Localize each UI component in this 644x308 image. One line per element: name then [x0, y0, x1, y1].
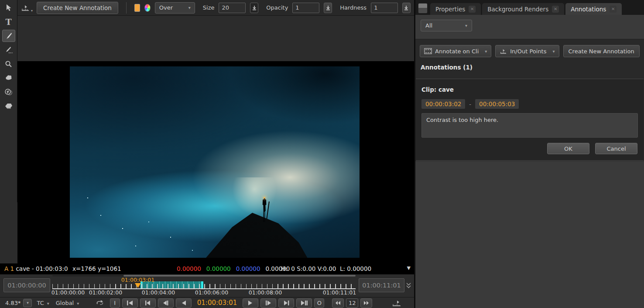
fast-forward-icon	[363, 301, 369, 305]
foreground-rock	[70, 66, 360, 258]
clone-icon	[4, 88, 13, 96]
select-tool[interactable]	[2, 2, 15, 14]
ok-button[interactable]: OK	[547, 143, 589, 154]
ruler-tick-label: 01:00:11:01	[323, 289, 356, 296]
chevron-double-down-icon[interactable]	[406, 282, 411, 289]
annotation-track-button[interactable]: ▾	[21, 4, 30, 11]
viewer-timeline: 01:00:00:00 01:00:03:01 01:00:00:00 01:0…	[0, 274, 414, 297]
timeline-end-timecode[interactable]: 01:00:11:01	[359, 278, 404, 292]
annotate-on-select[interactable]: Annotate on Cli	[420, 45, 491, 57]
pane-divider[interactable]	[414, 0, 415, 308]
eraser-tool[interactable]	[2, 100, 15, 112]
play-forward-button[interactable]	[243, 298, 258, 308]
annotation-in-timecode[interactable]: 00:00:03:02	[421, 99, 465, 109]
skip-to-start-button[interactable]	[122, 298, 138, 308]
viewer-canvas[interactable]	[17, 61, 414, 263]
download-icon	[325, 5, 331, 10]
tab-annotations[interactable]: Annotations ✕	[565, 3, 622, 15]
hardness-input[interactable]: 1	[371, 3, 398, 13]
brush-icon	[5, 32, 13, 40]
pixel-blue-value: 0.00000	[236, 265, 260, 272]
blend-mode-select[interactable]: Over	[155, 2, 195, 14]
status-clip-timecode: cave - 01:00:03:0	[16, 265, 68, 272]
marker-tool[interactable]	[2, 44, 15, 56]
step-back-button[interactable]	[158, 298, 174, 308]
annotation-actions-row: Annotate on Cli In/Out Points Create New…	[415, 44, 644, 59]
opacity-input[interactable]: 1	[292, 3, 319, 13]
annotation-note-input[interactable]: Contrast is too high here.	[421, 113, 638, 138]
timecode-separator: -	[469, 101, 471, 107]
status-track: 1	[10, 265, 14, 272]
increase-fps-button[interactable]	[360, 298, 372, 308]
play-backward-button[interactable]	[176, 298, 192, 308]
viewer-pane: Sequence 1 ✕ Viewer1 ✕ Export Queue ✕ rg…	[0, 0, 414, 308]
speed-caret-button[interactable]: ▾	[23, 299, 32, 307]
timeline-marker-icon	[21, 4, 30, 11]
color-wheel-icon[interactable]	[144, 4, 151, 12]
size-label: Size	[203, 4, 215, 11]
zoom-tool[interactable]	[2, 58, 15, 70]
size-input[interactable]: 20	[219, 3, 246, 13]
brush-color-swatch[interactable]	[134, 4, 140, 12]
ruler-tick-label: 01:00:08:00	[249, 289, 282, 296]
playhead-timecode-label: 01:00:03:01	[121, 277, 154, 283]
annotation-filter-select[interactable]: All	[421, 20, 472, 31]
timecode-mode-select[interactable]: TC	[37, 300, 49, 306]
close-icon[interactable]: ✕	[610, 6, 617, 13]
close-icon[interactable]: ✕	[552, 6, 559, 13]
playback-speed[interactable]: 4.83* ▾	[3, 298, 32, 307]
decrease-fps-button[interactable]	[332, 298, 344, 308]
step-forward-button[interactable]	[260, 298, 276, 308]
loop-mode-icon[interactable]	[96, 300, 104, 306]
mark-in-button[interactable]: I	[110, 298, 120, 308]
step-back-icon	[162, 301, 169, 305]
create-annotation-button[interactable]: Create New Annotation	[37, 2, 118, 14]
tab-background-renders[interactable]: Background Renders ✕	[482, 3, 564, 15]
tab-properties[interactable]: Properties ✕	[430, 3, 481, 15]
annotations-section-title: Annotations (1)	[421, 64, 473, 71]
mark-out-button[interactable]: O	[314, 298, 324, 308]
viewer-status-bar: A 1 cave - 01:00:03:0 x=1766 y=1061 0.00…	[0, 263, 414, 274]
hardness-default-button[interactable]	[402, 3, 411, 13]
pixel-green-value: 0.00000	[206, 265, 231, 272]
fill-tool[interactable]	[2, 72, 15, 84]
fps-value[interactable]: 12	[346, 298, 358, 308]
opacity-default-button[interactable]	[324, 3, 332, 13]
ruler-ticks	[52, 284, 356, 288]
next-edit-button[interactable]	[278, 298, 294, 308]
headlamp-glow	[231, 177, 279, 217]
blob-icon	[5, 75, 13, 81]
ruler-tick-label: 01:00:04:00	[142, 289, 175, 296]
play-backward-icon	[181, 301, 186, 305]
playhead-marker[interactable]	[135, 283, 141, 288]
application-window: Sequence 1 ✕ Viewer1 ✕ Export Queue ✕ rg…	[0, 0, 644, 308]
tab-label: Properties	[435, 6, 465, 13]
pane-handle-icon[interactable]	[418, 3, 428, 14]
previous-edit-button[interactable]	[140, 298, 156, 308]
create-annotation-button-panel[interactable]: Create New Annotation	[563, 45, 640, 57]
prev-edit-icon	[144, 301, 151, 305]
size-default-button[interactable]	[250, 3, 258, 13]
annotation-tools-column: T	[0, 0, 17, 202]
flipbook-export-icon[interactable]	[392, 300, 401, 307]
brush-tool[interactable]	[2, 30, 15, 42]
cancel-button[interactable]: Cancel	[595, 143, 637, 154]
close-icon[interactable]: ✕	[469, 6, 476, 13]
text-tool[interactable]: T	[2, 16, 15, 28]
download-icon	[404, 5, 409, 10]
annotation-out-timecode[interactable]: 00:00:05:03	[475, 99, 519, 109]
clone-tool[interactable]	[2, 86, 15, 98]
step-forward-icon	[265, 301, 272, 305]
playback-range-select[interactable]: Global	[56, 300, 90, 306]
timeline-start-timecode[interactable]: 01:00:00:00	[3, 278, 50, 292]
filter-row: All	[415, 15, 644, 39]
timeline-ruler[interactable]: 01:00:03:01 01:00:00:00 01:00:02:00 01:0…	[52, 276, 356, 296]
current-timecode[interactable]: 01:00:03:01	[194, 299, 241, 307]
annotation-clip-title: Clip: cave	[421, 86, 454, 93]
skip-to-end-button[interactable]	[296, 298, 312, 308]
hardness-label: Hardness	[340, 4, 367, 11]
skip-end-icon	[301, 301, 308, 305]
inout-points-select[interactable]: In/Out Points	[495, 45, 559, 57]
annotation-card: Clip: cave 00:00:03:02 - 00:00:05:03 Con…	[416, 79, 644, 161]
status-options-caret[interactable]: ▼	[407, 265, 411, 271]
